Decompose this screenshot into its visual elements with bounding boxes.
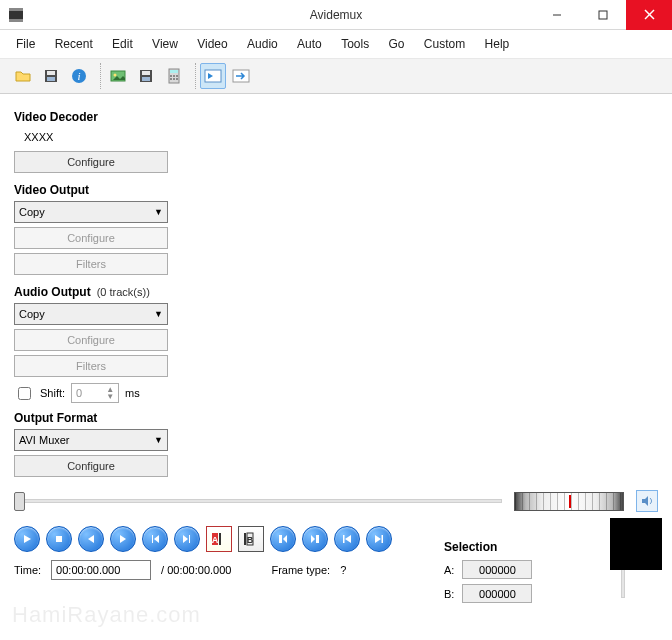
svg-rect-35	[316, 535, 319, 543]
selection-b-label: B:	[444, 588, 454, 600]
audio-output-filters-button: Filters	[14, 355, 168, 377]
volume-button[interactable]	[636, 490, 658, 512]
play-button[interactable]	[14, 526, 40, 552]
svg-rect-1	[9, 8, 23, 11]
menu-tools[interactable]: Tools	[333, 34, 377, 54]
video-output-label: Video Output	[14, 183, 194, 197]
svg-rect-20	[173, 75, 175, 77]
menu-go[interactable]: Go	[381, 34, 413, 54]
save-button[interactable]	[38, 63, 64, 89]
go-start-button[interactable]	[334, 526, 360, 552]
menu-custom[interactable]: Custom	[416, 34, 473, 54]
output-format-select[interactable]: AVI Muxer ▼	[14, 429, 168, 451]
frame-type-label: Frame type:	[271, 564, 330, 576]
audio-output-label: Audio Output	[14, 285, 91, 299]
audio-output-select[interactable]: Copy ▼	[14, 303, 168, 325]
selection-a-label: A:	[444, 564, 454, 576]
video-output-select[interactable]: Copy ▼	[14, 201, 168, 223]
next-keyframe-button[interactable]	[174, 526, 200, 552]
close-button[interactable]	[626, 0, 672, 30]
chevron-down-icon: ▼	[154, 207, 163, 217]
toolbar: i	[0, 59, 672, 94]
svg-text:B: B	[247, 535, 254, 545]
window-controls	[534, 0, 672, 30]
decoder-configure-button[interactable]: Configure	[14, 151, 168, 173]
set-marker-b-button[interactable]: B	[238, 526, 264, 552]
audio-output-configure-button: Configure	[14, 329, 168, 351]
shift-checkbox[interactable]	[18, 387, 31, 400]
svg-rect-0	[9, 10, 23, 20]
minimize-button[interactable]	[534, 0, 580, 30]
svg-point-13	[114, 74, 117, 77]
svg-rect-2	[9, 19, 23, 22]
shift-spinner[interactable]: 0 ▲▼	[71, 383, 119, 403]
svg-rect-30	[219, 533, 221, 545]
svg-rect-37	[382, 535, 384, 543]
next-frame-button[interactable]	[110, 526, 136, 552]
svg-rect-27	[56, 536, 62, 542]
shift-unit: ms	[125, 387, 140, 399]
svg-rect-18	[170, 70, 178, 73]
video-output-value: Copy	[19, 206, 45, 218]
video-decoder-label: Video Decoder	[14, 110, 194, 124]
info-button[interactable]: i	[66, 63, 92, 89]
time-total: / 00:00:00.000	[161, 564, 231, 576]
set-marker-a-button[interactable]: A	[206, 526, 232, 552]
picture-button[interactable]	[105, 63, 131, 89]
svg-rect-22	[170, 78, 172, 80]
watermark: HamiRayane.com	[12, 602, 201, 628]
svg-rect-36	[343, 535, 345, 543]
svg-rect-16	[142, 77, 150, 81]
stop-button[interactable]	[46, 526, 72, 552]
maximize-button[interactable]	[580, 0, 626, 30]
prev-frame-button[interactable]	[78, 526, 104, 552]
output-preview-button[interactable]	[228, 63, 254, 89]
output-format-configure-button[interactable]: Configure	[14, 455, 168, 477]
next-black-button[interactable]	[302, 526, 328, 552]
video-output-configure-button: Configure	[14, 227, 168, 249]
video-output-filters-button: Filters	[14, 253, 168, 275]
shift-value: 0	[76, 387, 82, 399]
title-bar: Avidemux	[0, 0, 672, 30]
time-label: Time:	[14, 564, 41, 576]
audio-tracks-count: (0 track(s))	[97, 286, 150, 298]
menu-view[interactable]: View	[144, 34, 186, 54]
selection-a-value: 000000	[462, 560, 532, 579]
frame-type-value: ?	[340, 564, 346, 576]
calculator-button[interactable]	[161, 63, 187, 89]
svg-rect-15	[142, 71, 150, 75]
menu-help[interactable]: Help	[477, 34, 518, 54]
prev-keyframe-button[interactable]	[142, 526, 168, 552]
open-file-button[interactable]	[10, 63, 36, 89]
menu-recent[interactable]: Recent	[47, 34, 101, 54]
selection-b-value: 000000	[462, 584, 532, 603]
output-format-value: AVI Muxer	[19, 434, 70, 446]
svg-rect-23	[173, 78, 175, 80]
svg-rect-31	[244, 533, 246, 545]
svg-rect-9	[47, 77, 55, 81]
svg-rect-34	[279, 535, 282, 543]
svg-text:i: i	[77, 70, 80, 82]
timeline-slider[interactable]	[14, 491, 502, 511]
slider-thumb[interactable]	[14, 492, 25, 511]
svg-rect-4	[599, 11, 607, 19]
video-preview-area	[204, 102, 662, 482]
input-preview-button[interactable]	[200, 63, 226, 89]
save-alt-button[interactable]	[133, 63, 159, 89]
menu-video[interactable]: Video	[189, 34, 235, 54]
svg-rect-24	[176, 78, 178, 80]
left-panel: Video Decoder XXXX Configure Video Outpu…	[14, 102, 194, 482]
go-end-button[interactable]	[366, 526, 392, 552]
time-input[interactable]	[51, 560, 151, 580]
video-decoder-value: XXXX	[14, 128, 194, 149]
audio-output-value: Copy	[19, 308, 45, 320]
jog-wheel[interactable]	[514, 492, 624, 511]
selection-label: Selection	[444, 540, 604, 554]
menu-edit[interactable]: Edit	[104, 34, 141, 54]
menu-auto[interactable]: Auto	[289, 34, 330, 54]
prev-black-button[interactable]	[270, 526, 296, 552]
menu-file[interactable]: File	[8, 34, 43, 54]
app-icon	[8, 7, 24, 23]
menu-audio[interactable]: Audio	[239, 34, 286, 54]
menu-bar: File Recent Edit View Video Audio Auto T…	[0, 30, 672, 59]
